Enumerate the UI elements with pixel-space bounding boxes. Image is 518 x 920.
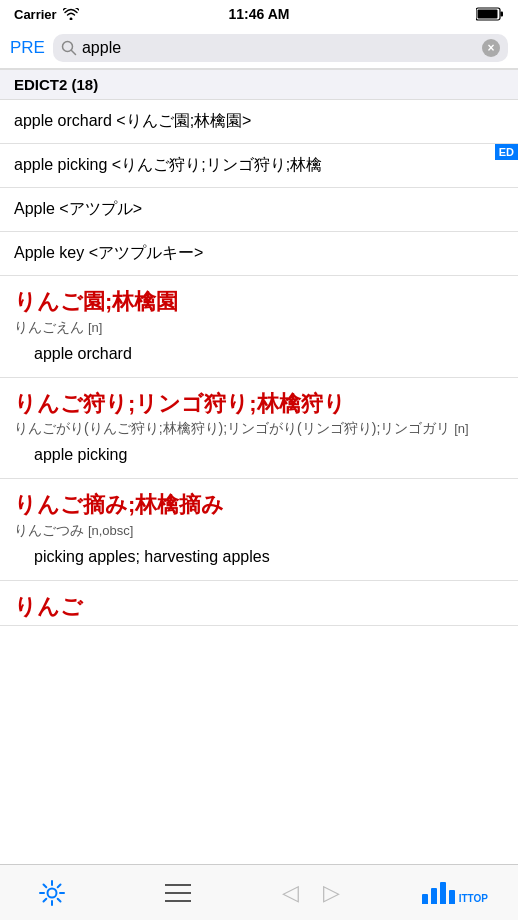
svg-rect-1 (478, 10, 498, 19)
entry-heading-3: りんご摘み;林檎摘み (14, 491, 504, 520)
entry-heading-bold-1: りんご園;林檎園 (14, 289, 178, 314)
status-carrier: Carrier (14, 7, 79, 22)
ittop-text: ITTOP (459, 893, 488, 904)
tab-bar: ◁ ▷ ITTOP (0, 864, 518, 920)
bar1 (422, 894, 428, 904)
carrier-label: Carrier (14, 7, 57, 22)
entry-reading-3: りんごつみ [n,obsc] (14, 522, 504, 540)
search-icon (61, 40, 77, 56)
entry-heading-2: りんご狩り;リンゴ狩り;林檎狩り (14, 390, 504, 419)
clear-button[interactable]: × (482, 39, 500, 57)
gear-icon (38, 879, 66, 907)
suggestion-row[interactable]: Apple <アツプル> (0, 188, 518, 232)
suggestion-row[interactable]: apple orchard <りんご園;林檎園> (0, 100, 518, 144)
suggestion-text: Apple <アツプル> (14, 199, 504, 220)
settings-tab[interactable] (30, 871, 74, 915)
list-tab[interactable] (156, 871, 200, 915)
dict-entry-1: りんご園;林檎園 りんごえん [n] apple orchard (0, 276, 518, 378)
svg-line-4 (71, 51, 75, 55)
dict-entry-2: りんご狩り;リンゴ狩り;林檎狩り りんごがり(りんご狩り;林檎狩り);リンゴがり… (0, 378, 518, 480)
entry-reading-2: りんごがり(りんご狩り;林檎狩り);リンゴがり(リンゴ狩り);リンゴガリ [n] (14, 420, 504, 438)
svg-line-12 (58, 884, 61, 887)
bar3 (440, 882, 446, 904)
pre-button[interactable]: PRE (10, 38, 45, 58)
search-row: PRE × (0, 28, 518, 69)
suggestion-text: apple picking <りんご狩り;リンゴ狩り;林檎 (14, 155, 504, 176)
nav-arrows: ◁ ▷ (282, 880, 340, 906)
status-bar: Carrier 11:46 AM (0, 0, 518, 28)
wifi-icon (63, 8, 79, 20)
list-icon (165, 882, 191, 904)
entry-meaning-3: picking apples; harvesting apples (14, 548, 504, 566)
suggestion-row[interactable]: Apple key <アツプルキー> (0, 232, 518, 276)
prev-arrow[interactable]: ◁ (282, 880, 299, 906)
status-right (476, 7, 504, 21)
section-header: EDICT2 (18) (0, 69, 518, 100)
entry-heading-1: りんご園;林檎園 (14, 288, 504, 317)
entry-heading-bold-2: りんご狩り;リンゴ狩り;林檎狩り (14, 391, 346, 416)
content-area: EDICT2 (18) apple orchard <りんご園;林檎園> app… (0, 69, 518, 686)
status-time: 11:46 AM (229, 6, 290, 22)
svg-line-13 (44, 898, 47, 901)
battery-icon (476, 7, 504, 21)
entry-heading-partial: りんご (14, 593, 504, 622)
svg-line-10 (44, 884, 47, 887)
suggestion-text: apple orchard <りんご園;林檎園> (14, 111, 504, 132)
suggestion-row[interactable]: apple picking <りんご狩り;リンゴ狩り;林檎 ED (0, 144, 518, 188)
section-header-label: EDICT2 (18) (14, 76, 98, 93)
search-input[interactable] (82, 39, 477, 57)
dict-entry-3: りんご摘み;林檎摘み りんごつみ [n,obsc] picking apples… (0, 479, 518, 581)
entry-meaning-2: apple picking (14, 446, 504, 464)
suggestion-text: Apple key <アツプルキー> (14, 243, 504, 264)
dict-entry-partial: りんご (0, 581, 518, 627)
ed-badge: ED (495, 144, 518, 160)
svg-line-11 (58, 898, 61, 901)
svg-point-5 (48, 888, 57, 897)
search-field-container: × (53, 34, 508, 62)
entry-meaning-1: apple orchard (14, 345, 504, 363)
next-arrow[interactable]: ▷ (323, 880, 340, 906)
svg-rect-2 (501, 12, 504, 17)
ittop-bars (422, 882, 455, 904)
bar4 (449, 890, 455, 904)
bar2 (431, 888, 437, 904)
entry-reading-1: りんごえん [n] (14, 319, 504, 337)
entry-heading-bold-3: りんご摘み;林檎摘み (14, 492, 224, 517)
ittop-logo: ITTOP (422, 882, 488, 904)
